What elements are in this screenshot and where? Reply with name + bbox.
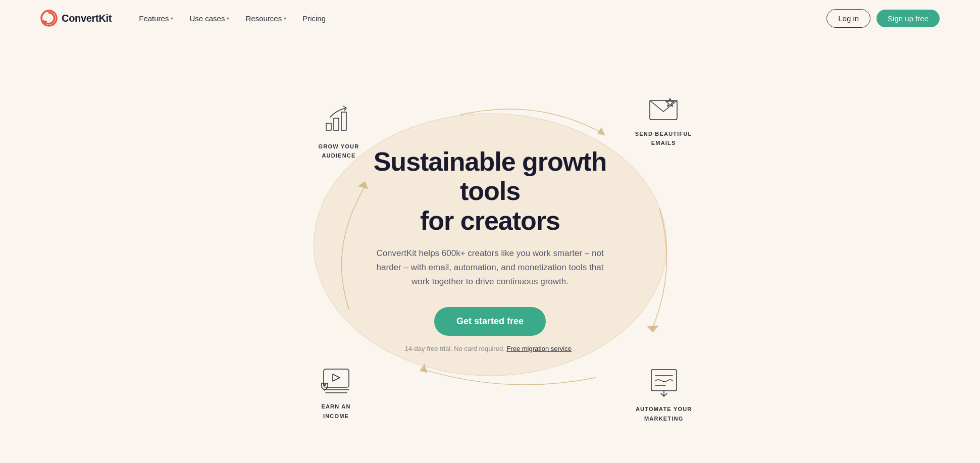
svg-rect-5 [326,123,331,130]
nav-pricing[interactable]: Pricing [295,10,333,27]
svg-marker-1 [597,127,605,135]
send-emails-icon [646,94,681,125]
send-emails-label: SEND BEAUTIFULEMAILS [635,131,692,146]
nav-right: Log in Sign up free [827,9,940,28]
automate-marketing-label: AUTOMATE YOURMARKETING [636,406,692,421]
hero-title: Sustainable growth tools for creators [349,147,632,235]
hero-center: Sustainable growth tools for creators Co… [349,147,632,352]
nav-use-cases[interactable]: Use cases ▾ [182,10,236,27]
get-started-button[interactable]: Get started free [434,307,546,336]
grow-audience-icon [321,102,356,137]
grow-audience-label: GROW YOURAUDIENCE [319,143,359,159]
feature-earn-income: EARN ANINCOME [319,362,354,420]
signup-button[interactable]: Sign up free [876,10,940,27]
svg-rect-7 [341,112,346,130]
logo-icon [40,10,58,27]
earn-income-label: EARN ANINCOME [321,403,350,419]
hero-section: GROW YOURAUDIENCE SEND BEAUTIFULEMAILS E… [0,36,980,463]
earn-income-icon [319,362,354,397]
feature-automate-marketing: AUTOMATE YOURMARKETING [636,365,692,423]
svg-rect-6 [334,118,339,130]
feature-grow-audience: GROW YOURAUDIENCE [319,102,359,160]
logo[interactable]: ConvertKit [40,10,112,27]
nav-left: ConvertKit Features ▾ Use cases ▾ Resour… [40,10,333,27]
svg-marker-10 [333,374,340,381]
chevron-down-icon: ▾ [284,16,286,21]
login-button[interactable]: Log in [827,9,870,28]
svg-rect-14 [651,370,677,391]
migration-link[interactable]: Free migration service [506,345,572,352]
feature-send-emails: SEND BEAUTIFULEMAILS [635,94,692,147]
nav-links: Features ▾ Use cases ▾ Resources ▾ Prici… [132,10,333,27]
svg-point-13 [324,384,325,386]
navbar: ConvertKit Features ▾ Use cases ▾ Resour… [0,0,980,36]
nav-resources[interactable]: Resources ▾ [238,10,293,27]
logo-text: ConvertKit [62,13,112,24]
automate-marketing-icon [646,365,682,400]
svg-marker-2 [647,325,659,332]
hero-subtitle: ConvertKit helps 600k+ creators like you… [369,246,611,289]
chevron-down-icon: ▾ [171,16,173,21]
hero-note: 14-day free trial. No card required. Fre… [349,345,632,352]
nav-features[interactable]: Features ▾ [132,10,180,27]
chevron-down-icon: ▾ [227,16,229,21]
